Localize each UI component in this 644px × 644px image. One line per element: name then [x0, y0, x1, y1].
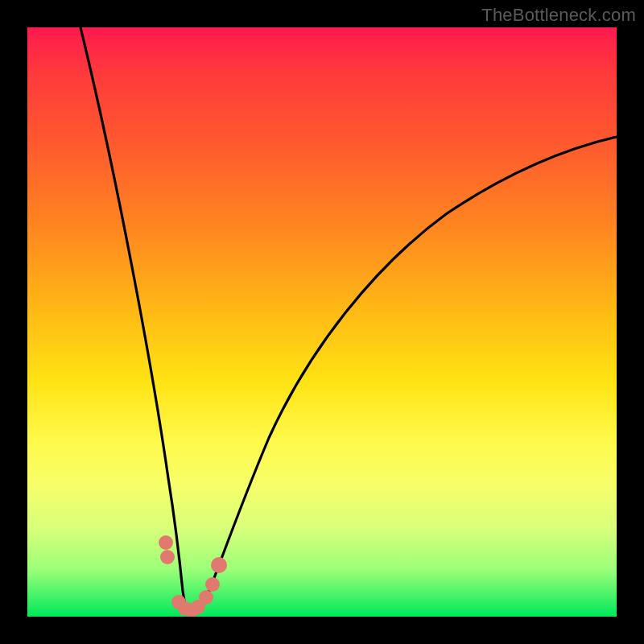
curve-path: [80, 27, 617, 615]
svg-point-6: [199, 590, 213, 605]
svg-point-1: [160, 550, 175, 564]
bottleneck-curve: [27, 27, 617, 617]
chart-frame: TheBottleneck.com: [0, 0, 644, 644]
plot-area: [27, 27, 617, 617]
watermark-text: TheBottleneck.com: [481, 5, 636, 26]
svg-point-8: [211, 557, 227, 573]
svg-point-7: [205, 577, 220, 592]
svg-point-0: [159, 535, 173, 550]
highlight-points: [159, 535, 227, 617]
